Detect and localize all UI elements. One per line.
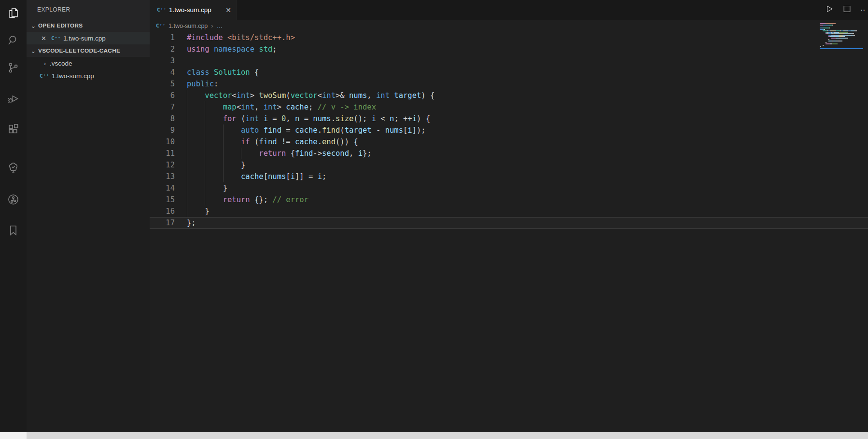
code-line[interactable]: 2using namespace std; <box>150 43 868 55</box>
taskbar-strip <box>0 432 868 439</box>
git-branch-icon <box>7 61 20 76</box>
code-line[interactable]: 3 <box>150 55 868 67</box>
indent-guide <box>205 136 205 148</box>
activity-extensions-button[interactable] <box>0 120 27 140</box>
line-number: 15 <box>150 194 175 206</box>
indent-guide <box>205 182 205 194</box>
activity-search-button[interactable] <box>0 31 27 51</box>
indent-guide <box>187 113 187 124</box>
tab-close-icon[interactable]: ✕ <box>225 6 231 14</box>
code-line[interactable]: 9 auto find = cache.find(target - nums[i… <box>150 124 868 136</box>
code-line[interactable]: 13 cache[nums[i]] = i; <box>150 171 868 182</box>
open-editor-item[interactable]: ✕ C⁺⁺ 1.two-sum.cpp <box>27 32 150 44</box>
line-number: 10 <box>150 136 175 148</box>
debug-icon <box>7 92 20 107</box>
close-icon[interactable]: ✕ <box>41 35 50 42</box>
line-number: 5 <box>150 78 175 90</box>
folder-label: .vscode <box>50 60 72 67</box>
activity-run-debug-button[interactable] <box>0 89 27 110</box>
minimap-current-line <box>820 48 863 49</box>
indent-guide <box>223 148 224 159</box>
chevron-down-icon: ⌄ <box>29 22 37 29</box>
more-actions-icon[interactable]: ⋯ <box>860 6 865 14</box>
code-line[interactable]: 7 map<int, int> cache; // v -> index <box>150 101 868 113</box>
indent-guide <box>223 124 224 136</box>
chevron-right-icon: › <box>41 60 49 67</box>
bookmark-icon <box>7 224 20 239</box>
editor-actions: ⋯ <box>825 0 865 20</box>
sidebar-title: EXPLORER <box>27 0 150 19</box>
code-line[interactable]: 4class Solution { <box>150 67 868 78</box>
indent-guide <box>187 206 187 217</box>
indent-guide <box>205 148 205 159</box>
breadcrumb-more[interactable]: … <box>217 23 223 29</box>
tree-item-two-sum-file[interactable]: C⁺⁺ 1.two-sum.cpp <box>27 69 150 82</box>
files-icon <box>7 7 20 22</box>
editor-pane[interactable]: C⁺⁺ 1.two-sum.cpp › … 1#include <bits/st… <box>150 20 868 439</box>
line-number: 16 <box>150 206 175 217</box>
indent-guide <box>205 171 205 182</box>
code-editor[interactable]: 1#include <bits/stdc++.h>2using namespac… <box>150 32 868 229</box>
indent-guide <box>187 90 187 101</box>
tab-two-sum-cpp[interactable]: C⁺⁺ 1.two-sum.cpp ✕ <box>150 0 237 20</box>
indent-guide <box>187 171 187 182</box>
indent-guide <box>187 159 187 171</box>
line-number: 4 <box>150 67 175 78</box>
tree-item-vscode-folder[interactable]: › .vscode <box>27 57 150 69</box>
workspace-folder-header[interactable]: ⌄ VSCODE-LEETCODE-CACHE <box>27 44 150 57</box>
tree-check-icon <box>7 161 20 176</box>
file-label: 1.two-sum.cpp <box>52 72 94 80</box>
editor-group: C⁺⁺ 1.two-sum.cpp ✕ ⋯ C⁺⁺ 1.two-sum.cpp … <box>150 0 868 439</box>
indent-guide <box>223 136 224 148</box>
breadcrumb-separator-icon: › <box>211 22 213 29</box>
line-number: 12 <box>150 159 175 171</box>
indent-guide <box>187 101 187 113</box>
code-line[interactable]: 6 vector<int> twoSum(vector<int>& nums, … <box>150 90 868 101</box>
breadcrumb[interactable]: C⁺⁺ 1.two-sum.cpp › … <box>150 20 868 32</box>
tab-label: 1.two-sum.cpp <box>169 6 211 14</box>
run-icon[interactable] <box>825 4 834 15</box>
split-editor-icon[interactable] <box>842 4 852 15</box>
line-number: 7 <box>150 101 175 113</box>
indent-guide <box>223 159 224 171</box>
indent-guide <box>205 101 205 113</box>
code-line[interactable]: 1#include <bits/stdc++.h> <box>150 32 868 43</box>
line-number: 8 <box>150 113 175 124</box>
taskbar-corner <box>0 432 27 439</box>
code-line[interactable]: 11 return {find->second, i}; <box>150 148 868 159</box>
activity-source-control-button[interactable] <box>0 58 27 79</box>
code-line[interactable]: 5public: <box>150 78 868 90</box>
chevron-down-icon: ⌄ <box>29 47 37 55</box>
vscode-window: EXPLORER ⌄ OPEN EDITORS ✕ C⁺⁺ 1.two-sum.… <box>0 0 868 439</box>
code-line[interactable]: 10 if (find != cache.end()) { <box>150 136 868 148</box>
indent-guide <box>205 124 205 136</box>
code-line[interactable]: 15 return {}; // error <box>150 194 868 206</box>
minimap[interactable] <box>820 23 863 49</box>
activity-leetcode-button[interactable] <box>0 190 27 210</box>
indent-guide <box>187 148 187 159</box>
indent-guide <box>187 124 187 136</box>
indent-guide <box>187 136 187 148</box>
indent-guide <box>187 194 187 206</box>
line-number: 2 <box>150 43 175 55</box>
breadcrumb-file[interactable]: 1.two-sum.cpp <box>168 23 208 29</box>
activity-bookmarks-button[interactable] <box>0 221 27 241</box>
line-number: 14 <box>150 182 175 194</box>
circle-branch-icon <box>7 193 20 208</box>
code-line[interactable]: 12 } <box>150 159 868 171</box>
open-editors-header[interactable]: ⌄ OPEN EDITORS <box>27 19 150 32</box>
code-line[interactable]: 17}; <box>150 217 868 229</box>
code-lines: 1#include <bits/stdc++.h>2using namespac… <box>150 32 868 229</box>
extensions-icon <box>7 123 20 137</box>
code-line[interactable]: 8 for (int i = 0, n = nums.size(); i < n… <box>150 113 868 124</box>
line-number: 1 <box>150 32 175 43</box>
code-line[interactable]: 16 } <box>150 206 868 217</box>
line-number: 17 <box>150 217 175 229</box>
activity-explorer-button[interactable] <box>0 4 27 24</box>
activity-test-explorer-button[interactable] <box>0 158 27 178</box>
explorer-sidebar: EXPLORER ⌄ OPEN EDITORS ✕ C⁺⁺ 1.two-sum.… <box>27 0 150 439</box>
tab-bar: C⁺⁺ 1.two-sum.cpp ✕ ⋯ <box>150 0 868 20</box>
indent-guide <box>241 148 241 159</box>
code-line[interactable]: 14 } <box>150 182 868 194</box>
cpp-file-icon: C⁺⁺ <box>40 72 49 80</box>
